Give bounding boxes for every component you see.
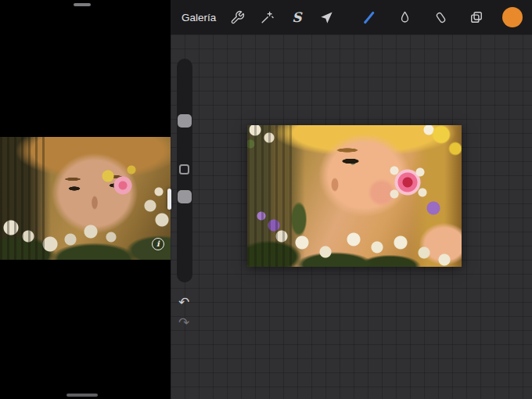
wrench-icon (230, 10, 245, 25)
home-indicator[interactable] (66, 394, 98, 397)
layers-icon (469, 9, 484, 25)
transform-arrow-icon (319, 10, 334, 25)
smudge-button[interactable] (391, 0, 418, 34)
smudge-icon (397, 10, 412, 25)
color-button[interactable] (499, 0, 526, 34)
undo-button[interactable]: ↶ (173, 293, 195, 311)
layers-button[interactable] (463, 0, 490, 34)
current-color-swatch (502, 7, 523, 27)
eraser-icon (433, 10, 448, 25)
erase-button[interactable] (427, 0, 454, 34)
transform-button[interactable] (311, 0, 341, 34)
procreate-topbar: Galería S (171, 0, 532, 34)
reference-app-pane: i (0, 0, 171, 399)
reference-photo: i (0, 137, 171, 260)
edit-tools-group: S (222, 0, 341, 34)
modify-button[interactable] (179, 164, 189, 174)
procreate-window: Galería S (171, 0, 532, 399)
canvas-artwork[interactable] (247, 125, 462, 267)
brush-sidebar (177, 59, 192, 282)
adjustments-button[interactable] (252, 0, 282, 34)
left-window-drag-handle[interactable] (74, 3, 91, 6)
brush-opacity-slider[interactable] (178, 190, 192, 203)
photo-background-texture (0, 137, 45, 260)
split-view-divider-handle[interactable] (167, 189, 171, 210)
paint-tools-group (355, 0, 526, 34)
artwork-background-texture (247, 125, 294, 267)
brush-size-slider[interactable] (178, 114, 192, 128)
canvas-area[interactable]: ↶ ↷ (171, 34, 532, 399)
selection-button[interactable]: S (282, 0, 311, 34)
magic-wand-icon (260, 10, 275, 25)
ipad-screen: i Galería S (0, 0, 532, 399)
actions-button[interactable] (222, 0, 252, 34)
brush-icon (361, 9, 377, 26)
gallery-button[interactable]: Galería (182, 12, 216, 23)
redo-button[interactable]: ↷ (173, 313, 195, 332)
selection-s-icon: S (292, 11, 301, 24)
photo-info-button[interactable]: i (152, 238, 164, 250)
paint-button[interactable] (355, 0, 382, 34)
